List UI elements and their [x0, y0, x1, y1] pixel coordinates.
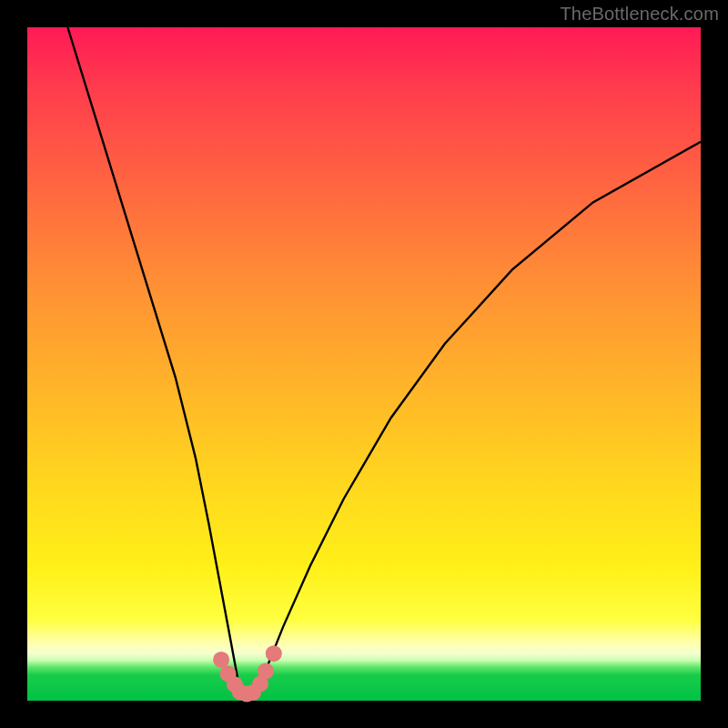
highlight-marker: [266, 645, 282, 662]
highlight-marker: [258, 662, 274, 679]
highlight-marker: [213, 652, 229, 668]
highlight-markers: [213, 645, 282, 702]
bottleneck-curve: [67, 27, 701, 697]
watermark-text: TheBottleneck.com: [560, 4, 719, 25]
chart-overlay-svg: [27, 27, 701, 701]
chart-frame: TheBottleneck.com: [0, 0, 728, 728]
